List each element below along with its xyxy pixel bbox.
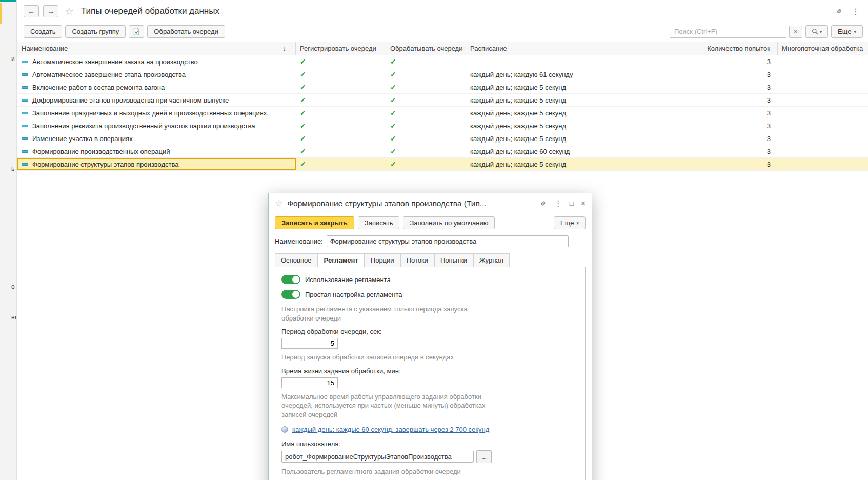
- search-input[interactable]: [670, 26, 786, 38]
- toggle-simple-reglament[interactable]: [281, 290, 300, 299]
- check-icon: ✓: [296, 122, 306, 130]
- table-row[interactable]: Автоматическое завершение этапа производ…: [17, 68, 868, 81]
- dialog-tab[interactable]: Попытки: [434, 253, 473, 267]
- check-icon: ✓: [296, 96, 306, 104]
- row-name: Изменение участка в операциях: [32, 135, 133, 143]
- user-input[interactable]: [281, 451, 474, 463]
- column-header-attempts[interactable]: Количество попыток: [681, 42, 778, 55]
- forward-button[interactable]: →: [43, 5, 58, 17]
- more-menu-icon[interactable]: ⋮: [554, 198, 562, 208]
- check-icon: ✓: [296, 57, 306, 66]
- hint-text: Максимальное время работы управляющего з…: [281, 392, 501, 419]
- accent-line-yellow: [0, 3, 2, 24]
- app-window: иьоне ← → ☆ Типы очередей обработки данн…: [0, 0, 868, 480]
- create-group-button[interactable]: Создать группу: [65, 25, 126, 38]
- column-header-name[interactable]: Наименование ↓: [17, 42, 296, 55]
- save-and-close-button[interactable]: Записать и закрыть: [275, 216, 354, 229]
- create-button[interactable]: Создать: [24, 25, 62, 38]
- accent-line-teal: [0, 0, 17, 2]
- table-row[interactable]: Автоматическое завершение заказа на прои…: [17, 55, 868, 68]
- sidebar-fragment: и: [11, 55, 15, 63]
- dialog-tab[interactable]: Потоки: [400, 253, 434, 267]
- dialog-more-button[interactable]: Еще▾: [554, 216, 586, 229]
- column-header-register[interactable]: Регистрировать очереди: [296, 42, 386, 55]
- dialog-tab[interactable]: Регламент: [318, 253, 365, 267]
- table-row[interactable]: Формирование производственных операций✓✓…: [17, 145, 868, 158]
- table-row[interactable]: Доформирование этапов производства при ч…: [17, 94, 868, 107]
- row-multithread: [778, 68, 868, 81]
- row-name: Включение работ в состав ремонта вагона: [32, 84, 165, 91]
- name-input[interactable]: [327, 235, 569, 247]
- dialog-tabs: ОсновноеРегламентПорцииПотокиПопыткиЖурн…: [275, 253, 586, 267]
- row-attempts: 3: [681, 94, 778, 106]
- column-header-multithread[interactable]: Многопоточная обработка: [778, 42, 868, 55]
- back-button[interactable]: ←: [24, 5, 39, 17]
- table-header: Наименование ↓ Регистрировать очереди Об…: [17, 42, 868, 55]
- form-titlebar: ← → ☆ Типы очередей обработки данных ⋮: [17, 0, 868, 23]
- table-row[interactable]: Включение работ в состав ремонта вагона✓…: [17, 81, 868, 94]
- row-schedule: каждый день; каждые 5 секунд: [466, 132, 681, 145]
- queue-type-icon: [22, 137, 28, 140]
- dialog-tab[interactable]: Порции: [365, 253, 400, 267]
- column-header-process[interactable]: Обрабатывать очереди: [386, 42, 466, 55]
- report-icon-button[interactable]: [129, 25, 144, 38]
- row-name: Заполнения реквизита производственный уч…: [32, 122, 255, 130]
- search-button[interactable]: ▾: [805, 25, 828, 38]
- check-icon: ✓: [386, 122, 396, 130]
- queue-type-icon: [22, 125, 28, 127]
- document-check-icon: [133, 28, 140, 35]
- favorite-star-icon[interactable]: ☆: [275, 198, 282, 209]
- save-button[interactable]: Записать: [358, 216, 400, 229]
- dialog-tab[interactable]: Журнал: [473, 253, 510, 267]
- user-label: Имя пользователя:: [281, 440, 579, 448]
- process-queues-button[interactable]: Обработать очереди: [147, 25, 225, 38]
- row-schedule: каждый день; каждые 5 секунд: [466, 107, 681, 119]
- row-name: Заполнение праздничных и выходных дней в…: [32, 109, 269, 117]
- queue-type-icon: [22, 150, 28, 153]
- table-row[interactable]: Заполнения реквизита производственный уч…: [17, 119, 868, 132]
- toggle-use-reglament[interactable]: [281, 275, 300, 284]
- dialog-toolbar: Записать и закрыть Записать Заполнить по…: [275, 216, 586, 229]
- lifetime-input[interactable]: [281, 377, 338, 388]
- check-icon: ✓: [296, 83, 306, 91]
- row-name: Автоматическое завершение этапа производ…: [32, 71, 186, 78]
- table-row[interactable]: Изменение участка в операциях✓✓каждый де…: [17, 132, 868, 145]
- row-name: Формирование структуры этапов производст…: [32, 161, 178, 168]
- row-multithread: [778, 119, 868, 132]
- clear-search-button[interactable]: ×: [789, 26, 802, 38]
- sidebar-fragment: ь: [11, 165, 14, 172]
- check-icon: ✓: [296, 134, 306, 143]
- dialog-tab[interactable]: Основное: [275, 253, 318, 267]
- user-picker-button[interactable]: ...: [476, 450, 492, 463]
- link-icon[interactable]: [835, 7, 843, 15]
- row-schedule: каждый день; каждые 5 секунд: [466, 119, 681, 132]
- magnifier-icon: [812, 28, 818, 35]
- row-schedule: каждый день; каждые 60 секунд: [466, 145, 681, 157]
- close-icon[interactable]: ×: [581, 199, 586, 208]
- row-attempts: 3: [681, 145, 778, 157]
- queue-type-icon: [22, 86, 28, 89]
- collapsed-sidebar[interactable]: иьоне: [0, 0, 17, 480]
- table-row[interactable]: Формирование структуры этапов производст…: [17, 158, 868, 171]
- sidebar-fragment: о: [11, 283, 15, 290]
- row-attempts: 3: [681, 81, 778, 93]
- check-icon: ✓: [296, 160, 306, 168]
- check-icon: ✓: [386, 70, 396, 78]
- more-button[interactable]: Еще▾: [831, 25, 863, 38]
- period-input[interactable]: [281, 338, 338, 349]
- check-icon: ✓: [386, 134, 396, 143]
- row-name: Доформирование этапов производства при ч…: [32, 96, 229, 104]
- maximize-icon[interactable]: □: [570, 199, 574, 207]
- queue-type-icon: [22, 73, 28, 76]
- column-header-schedule[interactable]: Расписание: [466, 42, 681, 55]
- row-schedule: [466, 55, 681, 68]
- schedule-link[interactable]: каждый день; каждые 60 секунд, завершать…: [292, 426, 489, 433]
- favorite-star-icon[interactable]: ☆: [65, 5, 74, 17]
- table-row[interactable]: Заполнение праздничных и выходных дней в…: [17, 107, 868, 119]
- reglament-panel: Использование регламента Простая настрой…: [275, 267, 586, 480]
- fill-default-button[interactable]: Заполнить по умолчанию: [403, 216, 495, 229]
- more-menu-icon[interactable]: ⋮: [852, 7, 860, 16]
- link-icon[interactable]: [539, 199, 547, 207]
- row-name: Автоматическое завершение заказа на прои…: [32, 58, 198, 66]
- caret-down-icon: ▾: [820, 29, 822, 34]
